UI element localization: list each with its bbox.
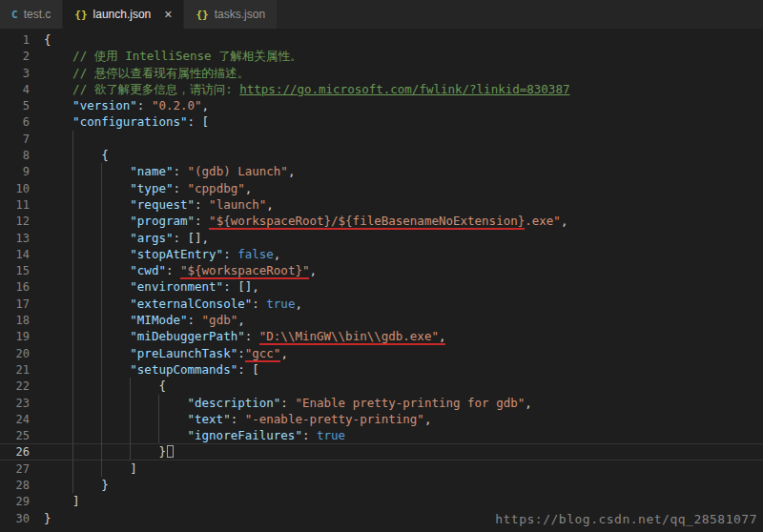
- code-line[interactable]: 26 }: [0, 443, 763, 460]
- code-token: "configurations": [72, 114, 187, 129]
- code-line[interactable]: 1{: [0, 31, 763, 48]
- indent-guide: [130, 427, 131, 443]
- tab-bar: Ctest.c{}launch.json×{}tasks.json: [0, 0, 763, 29]
- indent-guide: [72, 460, 73, 477]
- code-line[interactable]: 20 "preLaunchTask":"gcc",: [0, 345, 763, 361]
- code-line[interactable]: 9 "name": "(gdb) Launch",: [0, 163, 763, 179]
- code-text: "miDebuggerPath": "D:\\MinGW\\bin\\gdb.e…: [44, 329, 445, 345]
- code-line[interactable]: 6 "configurations": [: [0, 113, 763, 130]
- code-token: // 使用 IntelliSense 了解相关属性。: [72, 49, 301, 63]
- indent-guide: [72, 345, 73, 361]
- code-line[interactable]: 12 "program": "${workspaceRoot}/${fileBa…: [0, 213, 763, 229]
- code-token: "description": [188, 396, 281, 410]
- code-token: ,: [266, 197, 274, 212]
- indent-guide: [101, 180, 102, 196]
- line-number: 30: [0, 511, 44, 527]
- line-number: 5: [0, 98, 44, 114]
- code-token: "-enable-pretty-printing": [245, 412, 424, 426]
- code-line[interactable]: 15 "cwd": "${workspaceRoot}",: [0, 262, 763, 278]
- indent-guide: [130, 395, 131, 411]
- code-token: "cwd": [130, 263, 166, 277]
- code-text: {: [44, 148, 109, 162]
- line-number: 14: [0, 247, 44, 263]
- indent-guide: [101, 378, 102, 394]
- code-line[interactable]: 10 "type": "cppdbg",: [0, 180, 763, 196]
- close-icon[interactable]: ×: [164, 8, 172, 21]
- code-token: "preLaunchTask": [130, 346, 237, 360]
- text-cursor: [167, 445, 174, 458]
- code-line[interactable]: 16 "environment": [],: [0, 278, 763, 295]
- code-line[interactable]: 8 {: [0, 147, 763, 163]
- code-token: ,: [561, 214, 568, 228]
- code-line[interactable]: 4 // 欲了解更多信息，请访问: https://go.microsoft.c…: [0, 81, 763, 97]
- code-line[interactable]: 21 "setupCommands": [: [0, 361, 763, 378]
- code-token: "gcc": [245, 346, 281, 362]
- code-line[interactable]: 18 "MIMode": "gdb",: [0, 312, 763, 328]
- code-token: "program": [130, 214, 195, 228]
- code-line[interactable]: 2 // 使用 IntelliSense 了解相关属性。: [0, 48, 763, 64]
- indent-guide: [130, 411, 131, 427]
- code-token: "miDebuggerPath": [130, 329, 244, 343]
- code-token: ,: [424, 412, 432, 426]
- tab-label: test.c: [24, 8, 52, 21]
- code-text: "MIMode": "gdb",: [44, 313, 245, 327]
- code-token: "stopAtEntry": [130, 247, 223, 261]
- code-line[interactable]: 28 }: [0, 477, 763, 493]
- code-line[interactable]: 17 "externalConsole": true,: [0, 296, 763, 312]
- tab-tasks.json[interactable]: {}tasks.json: [184, 0, 278, 29]
- code-line[interactable]: 7: [0, 131, 763, 147]
- indent-guide: [72, 180, 73, 196]
- code-area[interactable]: 1{2 // 使用 IntelliSense 了解相关属性。3 // 悬停以查看…: [0, 31, 763, 526]
- code-token: ,: [245, 181, 253, 195]
- code-token: : [: [188, 114, 210, 129]
- code-line[interactable]: 22 {: [0, 378, 763, 394]
- code-token: "cppdbg": [188, 181, 245, 195]
- code-line[interactable]: 25 "ignoreFailures": true: [0, 427, 763, 443]
- code-line[interactable]: 11 "request": "launch",: [0, 196, 763, 213]
- code-text: "externalConsole": true,: [44, 297, 302, 311]
- code-token: :: [245, 329, 259, 343]
- code-token: // 欲了解更多信息，请访问:: [72, 82, 239, 96]
- code-line[interactable]: 24 "text": "-enable-pretty-printing",: [0, 411, 763, 427]
- code-token: true: [317, 428, 345, 442]
- code-token: :: [137, 98, 152, 113]
- code-token: "${workspaceRoot}/${fileBasenameNoExtens…: [209, 214, 525, 230]
- code-token: ,: [295, 297, 302, 311]
- indent-guide: [72, 411, 73, 427]
- code-line[interactable]: 3 // 悬停以查看现有属性的描述。: [0, 65, 763, 81]
- code-token: ]: [130, 461, 137, 476]
- code-line[interactable]: 19 "miDebuggerPath": "D:\\MinGW\\bin\\gd…: [0, 328, 763, 344]
- code-line[interactable]: 23 "description": "Enable pretty-printin…: [0, 395, 763, 411]
- indent-guide: [101, 443, 102, 460]
- code-token: "launch": [209, 197, 266, 212]
- line-number: 10: [0, 181, 44, 197]
- code-token: {: [158, 379, 166, 393]
- code-token: ,: [525, 396, 532, 410]
- code-line[interactable]: 5 "version": "0.2.0",: [0, 97, 763, 113]
- tab-launch.json[interactable]: {}launch.json×: [63, 0, 184, 29]
- line-number: 3: [0, 66, 44, 82]
- line-number: 25: [0, 428, 44, 444]
- code-text: "ignoreFailures": true: [44, 428, 345, 442]
- code-token: "request": [130, 197, 195, 212]
- indent-guide: [72, 328, 73, 344]
- line-number: 9: [0, 164, 44, 180]
- code-line[interactable]: 29 ]: [0, 493, 763, 509]
- code-line[interactable]: 14 "stopAtEntry": false,: [0, 246, 763, 262]
- indent-guide: [101, 345, 102, 361]
- indent-guide: [72, 196, 73, 213]
- line-number: 8: [0, 148, 44, 164]
- indent-guide: [158, 427, 159, 443]
- line-number: 12: [0, 214, 44, 230]
- code-token: :: [173, 164, 187, 178]
- code-token: true: [266, 297, 295, 311]
- code-text: {: [44, 379, 166, 393]
- code-token: {: [44, 32, 52, 47]
- code-line[interactable]: 13 "args": [],: [0, 230, 763, 246]
- indent-guide: [101, 312, 102, 328]
- code-line[interactable]: 27 ]: [0, 460, 763, 477]
- code-token: ]: [72, 494, 80, 508]
- code-text: // 悬停以查看现有属性的描述。: [44, 66, 249, 80]
- tab-test.c[interactable]: Ctest.c: [0, 0, 63, 29]
- code-token: "0.2.0": [152, 98, 202, 113]
